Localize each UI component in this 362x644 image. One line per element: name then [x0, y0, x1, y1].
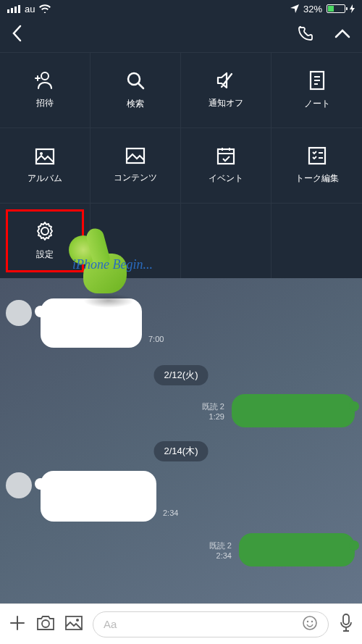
event-icon — [216, 146, 235, 165]
svg-point-11 — [307, 621, 308, 622]
location-icon — [290, 4, 299, 13]
menu-empty — [181, 203, 272, 278]
chat-area: 7:00 2/12(火) 既読 2 1:29 2/14(木) 2:34 既読 2… — [0, 278, 362, 603]
menu-label: 設定 — [36, 248, 54, 261]
read-status: 既読 2 1:29 — [202, 401, 224, 421]
svg-rect-13 — [343, 614, 349, 624]
back-button[interactable] — [12, 25, 22, 45]
album-icon — [35, 146, 55, 165]
search-icon — [125, 70, 146, 91]
menu-label: ノート — [304, 98, 330, 110]
navbar — [0, 17, 362, 52]
mute-icon — [216, 71, 236, 90]
menu-empty — [90, 203, 181, 278]
battery-icon — [327, 4, 345, 13]
wifi-icon — [39, 4, 51, 13]
gear-icon — [35, 221, 55, 241]
read-status: 既読 2 2:34 — [209, 540, 232, 560]
camera-button[interactable] — [36, 615, 55, 634]
menu-settings[interactable]: 設定 — [0, 203, 90, 278]
status-bar: au 32% — [0, 0, 362, 17]
outgoing-bubble[interactable] — [239, 533, 355, 566]
svg-point-9 — [76, 619, 79, 622]
message-input[interactable]: Aa — [93, 611, 329, 637]
note-icon — [308, 70, 326, 91]
menu-invite[interactable]: 招待 — [0, 52, 90, 127]
gallery-button[interactable] — [65, 616, 83, 633]
avatar[interactable] — [6, 300, 32, 326]
emoji-button[interactable] — [302, 615, 318, 633]
msg-time: 7:00 — [148, 335, 164, 343]
svg-rect-5 — [218, 149, 234, 164]
menu-empty — [272, 203, 362, 278]
carrier-label: au — [25, 4, 35, 14]
menu-label: 通知オフ — [209, 97, 243, 109]
outgoing-bubble[interactable] — [232, 394, 355, 427]
menu-event[interactable]: イベント — [181, 127, 272, 203]
avatar[interactable] — [6, 472, 32, 498]
incoming-bubble[interactable] — [41, 471, 156, 522]
menu-label: 検索 — [127, 98, 144, 110]
svg-point-3 — [40, 152, 43, 155]
msg-time: 2:34 — [163, 509, 178, 517]
menu-search[interactable]: 検索 — [90, 52, 181, 127]
menu-talk-edit[interactable]: トーク編集 — [272, 127, 362, 203]
chat-menu-panel: 招待 検索 通知オフ ノート アルバム コンテンツ イベント トーク編集 — [0, 52, 362, 278]
call-button[interactable] — [297, 25, 314, 45]
talk-edit-icon — [308, 146, 327, 165]
signal-icon — [7, 5, 20, 13]
svg-rect-6 — [309, 148, 325, 164]
charging-icon — [350, 4, 355, 13]
menu-label: イベント — [209, 172, 243, 185]
contents-icon — [125, 147, 146, 164]
menu-note[interactable]: ノート — [272, 52, 362, 127]
menu-label: トーク編集 — [295, 172, 339, 185]
invite-icon — [34, 71, 56, 90]
menu-label: コンテンツ — [114, 172, 157, 184]
collapse-button[interactable] — [334, 28, 350, 41]
input-bar: Aa — [0, 603, 362, 644]
menu-album[interactable]: アルバム — [0, 127, 90, 203]
svg-point-7 — [42, 620, 49, 627]
svg-rect-2 — [36, 149, 54, 164]
menu-label: 招待 — [36, 97, 54, 109]
plus-button[interactable] — [9, 614, 26, 635]
mic-button[interactable] — [339, 614, 353, 635]
svg-point-10 — [303, 616, 316, 630]
battery-pct: 32% — [303, 4, 322, 14]
svg-point-12 — [311, 621, 313, 622]
incoming-bubble[interactable] — [41, 298, 142, 348]
date-separator: 2/12(火) — [154, 365, 209, 385]
menu-contents[interactable]: コンテンツ — [90, 127, 181, 203]
menu-mute[interactable]: 通知オフ — [181, 52, 272, 127]
menu-label: アルバム — [28, 172, 62, 185]
date-separator: 2/14(木) — [154, 441, 209, 461]
svg-rect-4 — [127, 149, 144, 163]
